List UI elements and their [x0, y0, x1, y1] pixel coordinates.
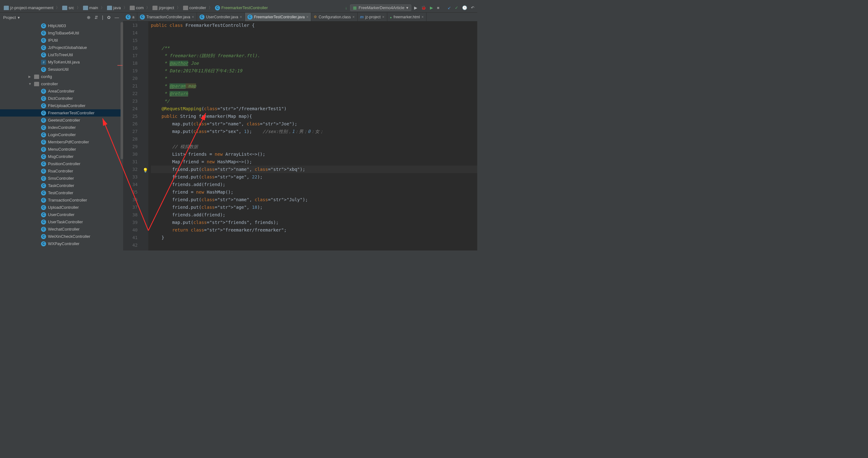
tree-item[interactable]: CTransactionController	[19, 197, 123, 204]
tree-item[interactable]: CUserController	[19, 211, 123, 218]
breadcrumb-java[interactable]: java	[105, 5, 123, 11]
code-line[interactable]: friends.add(friend);	[151, 181, 477, 188]
close-icon[interactable]: ×	[192, 15, 194, 19]
tree-item[interactable]: CUserTaskController	[19, 218, 123, 226]
close-icon[interactable]: ×	[352, 15, 355, 19]
code-line[interactable]: friend.put(class="str">"name", class="st…	[151, 196, 477, 203]
build-icon[interactable]: ↓	[344, 5, 348, 10]
tree-item[interactable]: CDictController	[19, 95, 123, 102]
code-line[interactable]: friend.put(class="str">"name", class="st…	[151, 166, 477, 173]
tree-item[interactable]: CTaskController	[19, 182, 123, 189]
tree-item[interactable]: CMembersPdfController	[19, 138, 123, 146]
code-line[interactable]: friend = new HashMap();	[151, 188, 477, 196]
code-line[interactable]: }	[151, 234, 477, 241]
locate-icon[interactable]: ⊕	[86, 15, 92, 20]
editor[interactable]: 1314151617181920212223242526272829303132…	[123, 22, 477, 251]
project-panel-title[interactable]: Project	[3, 15, 16, 20]
code-line[interactable]: * @return	[151, 90, 477, 97]
code-line[interactable]: map.put(class="str">"sex", 1); //sex:性别，…	[151, 127, 477, 135]
breadcrumb-jzproject[interactable]: jzproject	[151, 5, 176, 11]
code-line[interactable]: friend.put(class="str">"age", 22);	[151, 173, 477, 181]
code-line[interactable]: // 模拟数据	[151, 143, 477, 150]
tree-item[interactable]: CUploadController	[19, 204, 123, 211]
code-line[interactable]: * freemarker:(跳转到 freemarker.ftl).	[151, 52, 477, 59]
vcs-revert-icon[interactable]: ↶	[470, 5, 475, 10]
tree-item[interactable]: CGeetestController	[19, 117, 123, 124]
tree-item[interactable]: CSmsController	[19, 175, 123, 182]
code-line[interactable]: public class FreemarkerTestController {	[151, 22, 477, 29]
code-line[interactable]: friend.put(class="str">"age", 18);	[151, 203, 477, 211]
tree-item[interactable]: CIPUtil	[19, 37, 123, 44]
coverage-button[interactable]: ▶	[429, 5, 434, 10]
code-line[interactable]	[151, 241, 477, 249]
tree-item[interactable]: CFileUploadController	[19, 102, 123, 109]
chevron-down-icon[interactable]: ▼	[28, 82, 32, 86]
editor-tab[interactable]: CFreemarkerTestController.java×	[245, 12, 312, 21]
vcs-history-icon[interactable]: 🕓	[461, 5, 468, 10]
tree-item[interactable]: CHttpUtil03	[19, 22, 123, 29]
code-line[interactable]	[151, 29, 477, 37]
tree-item[interactable]: CWechatController	[19, 226, 123, 233]
tree-item[interactable]: CJzProjectGlobalValue	[19, 44, 123, 51]
breadcrumb-com[interactable]: com	[128, 5, 146, 11]
breadcrumb-file[interactable]: C FreemarkerTestController	[213, 5, 270, 11]
breadcrumb-main[interactable]: main	[81, 5, 100, 11]
tree-item[interactable]: CIndexController	[19, 124, 123, 131]
tree-item[interactable]: CSessionUtil	[19, 66, 123, 73]
code-line[interactable]: List> friends = new ArrayList<~>();	[151, 150, 477, 158]
code-area[interactable]: public class FreemarkerTestController { …	[148, 22, 477, 251]
code-line[interactable]: /**	[151, 44, 477, 52]
debug-button[interactable]: 🐞	[420, 5, 427, 10]
run-button[interactable]: ▶	[413, 5, 418, 10]
close-icon[interactable]: ×	[240, 15, 242, 19]
editor-tab[interactable]: mjz-project×	[358, 12, 387, 21]
chevron-down-icon[interactable]: ▾	[18, 15, 20, 20]
breadcrumb-controller[interactable]: controller	[181, 5, 208, 11]
chevron-right-icon[interactable]: ▶	[28, 75, 32, 78]
code-line[interactable]: @RequestMapping(class="str">"/freemarker…	[151, 105, 477, 112]
tree-item[interactable]: CRsaController	[19, 167, 123, 175]
hide-icon[interactable]: —	[114, 15, 120, 20]
vcs-commit-icon[interactable]: ✓	[454, 5, 459, 10]
tree-item[interactable]: CWXPayController	[19, 240, 123, 247]
close-icon[interactable]: ×	[306, 15, 308, 19]
tree-item[interactable]: CMenuController	[19, 146, 123, 153]
breadcrumb-src[interactable]: src	[60, 5, 76, 11]
code-line[interactable]: return class="str">"freemarker/freemarke…	[151, 226, 477, 234]
tree-item[interactable]: CWeiXinCheckController	[19, 233, 123, 240]
intention-bulb-icon[interactable]: 💡	[143, 167, 148, 174]
editor-tab[interactable]: CTransactionController.java×	[137, 12, 197, 21]
run-config-selector[interactable]: ▦ FreeMarkerDemo4Article ▾	[350, 4, 411, 11]
tree-item[interactable]: CAreaController	[19, 87, 123, 95]
project-tree[interactable]: CHttpUtil03CImgToBase64UtilCIPUtilCJzPro…	[0, 22, 123, 251]
tree-item[interactable]: CLoginController	[19, 131, 123, 138]
stop-button[interactable]: ■	[436, 5, 440, 10]
tree-item[interactable]: JMyToKenUtil.java	[19, 58, 123, 66]
code-line[interactable]	[151, 135, 477, 143]
code-line[interactable]: * @author Joe	[151, 59, 477, 67]
editor-tab[interactable]: ⚙Configuration.class×	[311, 12, 357, 21]
tree-item[interactable]: CTestController	[19, 189, 123, 197]
tree-item[interactable]: CImgToBase64Util	[19, 29, 123, 37]
collapse-icon[interactable]: ⇵	[93, 15, 99, 20]
close-icon[interactable]: ×	[422, 15, 424, 19]
tree-item[interactable]: CListToTreeUtil	[19, 51, 123, 58]
code-line[interactable]: * Date:2017年11月6日下午4:52:19	[151, 67, 477, 75]
scrollbar[interactable]	[121, 22, 123, 159]
breadcrumb-project[interactable]: jz-project-managerment	[2, 5, 55, 11]
tree-item[interactable]: CPositionController	[19, 160, 123, 167]
code-line[interactable]	[151, 37, 477, 44]
vcs-update-icon[interactable]: ↙	[446, 5, 452, 10]
code-line[interactable]: *	[151, 75, 477, 82]
tree-item[interactable]: CMsgController	[19, 153, 123, 160]
tree-item[interactable]: CFreemarkerTestController	[0, 109, 123, 117]
editor-tab[interactable]: CUserController.java×	[197, 12, 245, 21]
close-icon[interactable]: ×	[382, 15, 384, 19]
code-line[interactable]: Map friend = new HashMap<~>();	[151, 158, 477, 166]
editor-tab[interactable]: Ca	[123, 12, 137, 21]
tree-folder[interactable]: ▼controller	[19, 80, 123, 87]
menu-bar[interactable]	[0, 0, 477, 3]
gear-icon[interactable]: ✿	[106, 15, 112, 20]
tree-folder[interactable]: ▶config	[19, 73, 123, 80]
code-line[interactable]: map.put(class="str">"name", class="str">…	[151, 120, 477, 127]
